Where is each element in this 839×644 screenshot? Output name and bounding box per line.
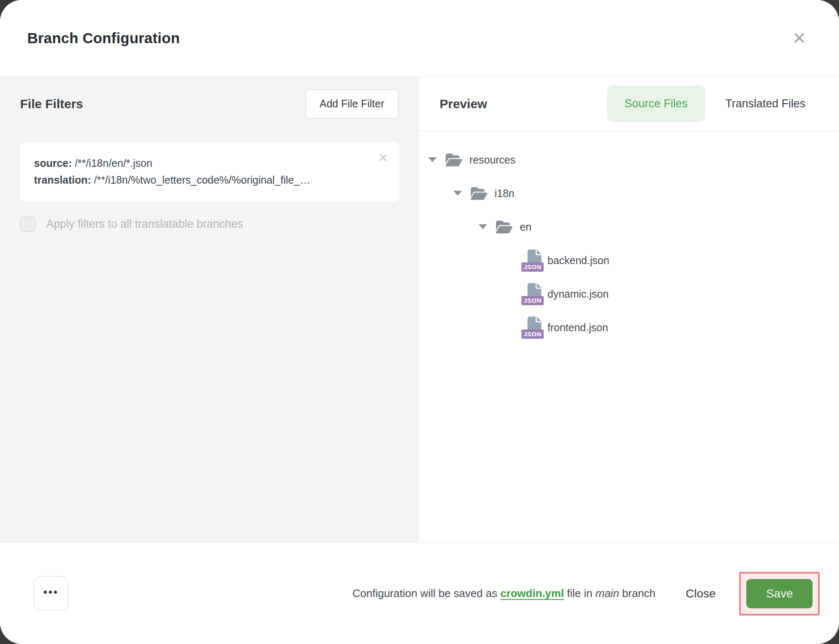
preview-tabs: Source Files Translated Files: [607, 86, 805, 122]
file-filters-header: File Filters Add File Filter: [0, 77, 420, 131]
preview-panel: Preview Source Files Translated Files re…: [420, 77, 839, 543]
preview-header: Preview Source Files Translated Files: [420, 77, 839, 131]
apply-filters-label: Apply filters to all translatable branch…: [46, 218, 243, 231]
save-button-highlight: Save: [739, 572, 820, 615]
folder-open-icon: [445, 153, 463, 167]
caret-down-icon[interactable]: [453, 191, 462, 196]
remove-filter-icon[interactable]: ✕: [378, 152, 388, 164]
tree-row-file[interactable]: JSON frontend.json: [420, 311, 839, 344]
file-tree: resources i18n en JSON: [420, 131, 839, 344]
tree-label: resources: [469, 154, 516, 166]
apply-filters-checkbox[interactable]: [20, 217, 35, 232]
dialog-body: File Filters Add File Filter source: /**…: [0, 77, 839, 543]
tree-label: frontend.json: [547, 322, 608, 334]
apply-filters-row: Apply filters to all translatable branch…: [20, 217, 399, 232]
filter-source-line: source: /**/i18n/en/*.json: [34, 156, 366, 171]
tree-row-file[interactable]: JSON dynamic.json: [420, 277, 839, 311]
filter-source-value: /**/i18n/en/*.json: [75, 157, 152, 169]
file-filter-card[interactable]: source: /**/i18n/en/*.json translation: …: [20, 143, 399, 201]
file-filters-panel: File Filters Add File Filter source: /**…: [0, 77, 420, 543]
tree-label: en: [520, 221, 532, 233]
save-note: Configuration will be saved as crowdin.y…: [352, 587, 656, 600]
close-icon[interactable]: ✕: [792, 30, 806, 47]
filter-translation-label: translation:: [34, 174, 91, 186]
json-file-icon: JSON: [523, 317, 542, 338]
json-file-icon: JSON: [523, 249, 542, 271]
file-filters-content: source: /**/i18n/en/*.json translation: …: [0, 131, 420, 232]
folder-open-icon: [470, 186, 488, 201]
more-icon: •••: [43, 592, 58, 595]
page-title: Branch Configuration: [27, 30, 180, 47]
caret-down-icon[interactable]: [478, 224, 487, 229]
caret-down-icon[interactable]: [428, 157, 437, 162]
modal-overlay: { "dialog": { "title": "Branch Configura…: [0, 0, 839, 644]
file-filters-heading: File Filters: [20, 97, 83, 111]
more-options-button[interactable]: •••: [34, 576, 68, 611]
filter-translation-value: /**/i18n/%two_letters_code%/%original_fi…: [94, 174, 310, 186]
save-note-suffix: branch: [619, 587, 656, 600]
tree-row-file[interactable]: JSON backend.json: [420, 244, 839, 277]
save-note-prefix: Configuration will be saved as: [352, 587, 500, 600]
tree-label: dynamic.json: [547, 288, 609, 300]
tree-label: i18n: [495, 187, 514, 200]
branch-name: main: [595, 587, 619, 600]
filter-translation-line: translation: /**/i18n/%two_letters_code%…: [34, 173, 366, 187]
close-button[interactable]: Close: [686, 587, 716, 600]
tree-row-folder[interactable]: en: [420, 210, 839, 244]
save-note-middle: file in: [564, 587, 595, 600]
tree-row-folder[interactable]: i18n: [420, 177, 839, 210]
tree-label: backend.json: [547, 254, 609, 267]
tree-row-folder[interactable]: resources: [420, 143, 839, 177]
branch-configuration-dialog: Branch Configuration ✕ File Filters Add …: [0, 0, 839, 644]
dialog-header: Branch Configuration ✕: [0, 0, 839, 77]
json-file-icon: JSON: [523, 283, 542, 305]
json-badge: JSON: [521, 330, 544, 339]
json-badge: JSON: [521, 262, 544, 272]
preview-heading: Preview: [440, 97, 487, 111]
filter-source-label: source:: [34, 157, 72, 169]
tab-translated-files[interactable]: Translated Files: [725, 97, 805, 110]
json-badge: JSON: [521, 296, 544, 305]
folder-open-icon: [495, 220, 513, 234]
add-file-filter-button[interactable]: Add File Filter: [305, 89, 399, 119]
save-button[interactable]: Save: [746, 579, 813, 608]
tab-source-files[interactable]: Source Files: [607, 86, 705, 122]
crowdin-yml-link[interactable]: crowdin.yml: [500, 587, 564, 600]
dialog-footer: ••• Configuration will be saved as crowd…: [0, 543, 839, 644]
